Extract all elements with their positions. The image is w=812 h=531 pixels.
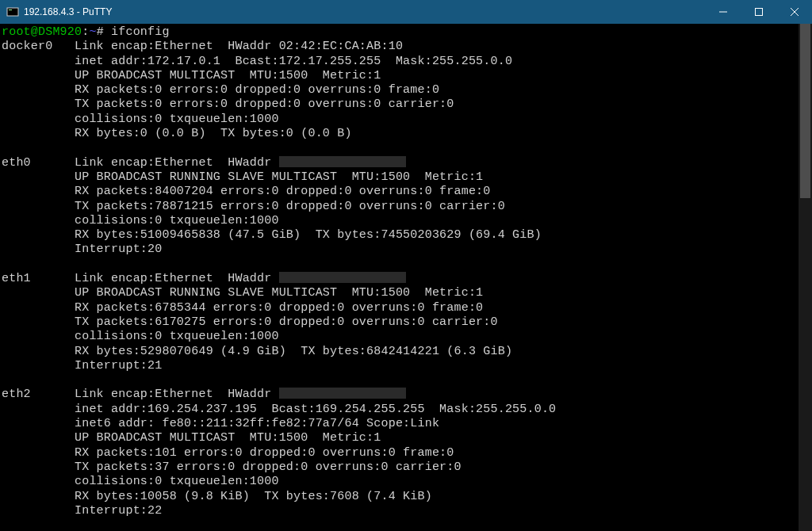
- output-line: inet6 addr: fe80::211:32ff:fe82:77a7/64 …: [2, 417, 799, 431]
- svg-rect-3: [755, 9, 762, 16]
- output-line: collisions:0 txqueuelen:1000: [2, 214, 799, 228]
- output-line: eth1 Link encap:Ethernet HWaddr: [2, 272, 799, 286]
- output-line: UP BROADCAST RUNNING SLAVE MULTICAST MTU…: [2, 170, 799, 185]
- scrollbar[interactable]: [799, 24, 812, 531]
- output-line: collisions:0 txqueuelen:1000: [2, 113, 799, 127]
- window-controls: [705, 0, 812, 24]
- prompt-path: ~: [89, 25, 96, 39]
- terminal-output[interactable]: root@DSM920:~# ifconfigdocker0 Link enca…: [0, 24, 799, 531]
- output-line: collisions:0 txqueuelen:1000: [2, 475, 799, 489]
- window-titlebar: 192.168.4.3 - PuTTY: [0, 0, 812, 24]
- output-line: TX packets:37 errors:0 dropped:0 overrun…: [2, 460, 799, 475]
- output-line: docker0 Link encap:Ethernet HWaddr 02:42…: [2, 40, 799, 54]
- output-line: RX packets:84007204 errors:0 dropped:0 o…: [2, 185, 799, 199]
- output-line: UP BROADCAST RUNNING SLAVE MULTICAST MTU…: [2, 286, 799, 300]
- output-line: RX bytes:0 (0.0 B) TX bytes:0 (0.0 B): [2, 127, 799, 141]
- prompt-user-host: root@DSM920: [2, 25, 82, 39]
- command-text: ifconfig: [111, 25, 170, 39]
- prompt-line: root@DSM920:~# ifconfig: [2, 25, 799, 40]
- output-line: inet addr:172.17.0.1 Bcast:172.17.255.25…: [2, 55, 799, 69]
- output-line: TX packets:78871215 errors:0 dropped:0 o…: [2, 200, 799, 214]
- redacted-hwaddr: [279, 388, 406, 399]
- output-line: Interrupt:20: [2, 243, 799, 257]
- window-title: 192.168.4.3 - PuTTY: [24, 6, 112, 17]
- interface-eth2: eth2 Link encap:Ethernet HWaddr inet add…: [2, 388, 799, 531]
- output-line: UP BROADCAST MULTICAST MTU:1500 Metric:1: [2, 431, 799, 445]
- output-line: RX packets:6785344 errors:0 dropped:0 ov…: [2, 301, 799, 315]
- interface-eth0: eth0 Link encap:Ethernet HWaddr UP BROAD…: [2, 156, 799, 272]
- output-line: eth0 Link encap:Ethernet HWaddr: [2, 156, 799, 170]
- interface-docker0: docker0 Link encap:Ethernet HWaddr 02:42…: [2, 40, 799, 155]
- app-icon: [6, 6, 19, 18]
- redacted-hwaddr: [279, 272, 406, 283]
- svg-rect-1: [9, 10, 12, 10]
- scrollbar-thumb[interactable]: [800, 24, 810, 198]
- output-line: collisions:0 txqueuelen:1000: [2, 330, 799, 344]
- output-line: RX bytes:51009465838 (47.5 GiB) TX bytes…: [2, 228, 799, 243]
- output-line: inet addr:169.254.237.195 Bcast:169.254.…: [2, 403, 799, 417]
- output-line: RX packets:0 errors:0 dropped:0 overruns…: [2, 83, 799, 97]
- redacted-hwaddr: [279, 156, 406, 167]
- close-button[interactable]: [776, 0, 812, 24]
- maximize-button[interactable]: [741, 0, 776, 24]
- output-line: RX bytes:10058 (9.8 KiB) TX bytes:7608 (…: [2, 490, 799, 504]
- svg-rect-0: [7, 8, 18, 16]
- output-line: TX packets:6170275 errors:0 dropped:0 ov…: [2, 315, 799, 330]
- output-line: UP BROADCAST MULTICAST MTU:1500 Metric:1: [2, 69, 799, 83]
- output-line: Interrupt:21: [2, 359, 799, 373]
- output-line: eth2 Link encap:Ethernet HWaddr: [2, 388, 799, 402]
- output-line: Interrupt:22: [2, 504, 799, 518]
- minimize-button[interactable]: [705, 0, 741, 24]
- output-line: RX packets:101 errors:0 dropped:0 overru…: [2, 446, 799, 460]
- output-line: TX packets:0 errors:0 dropped:0 overruns…: [2, 97, 799, 112]
- output-line: RX bytes:5298070649 (4.9 GiB) TX bytes:6…: [2, 345, 799, 359]
- interface-eth1: eth1 Link encap:Ethernet HWaddr UP BROAD…: [2, 272, 799, 388]
